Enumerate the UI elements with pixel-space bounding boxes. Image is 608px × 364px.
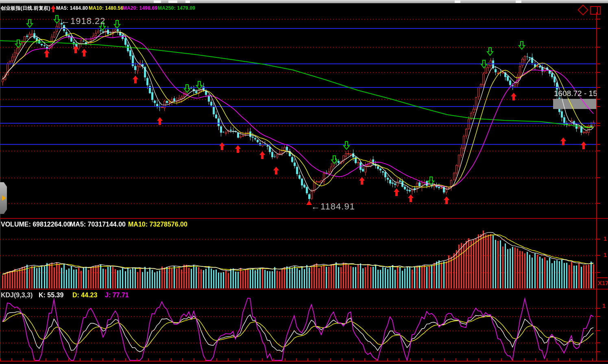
volume-multiplier-label: X17	[598, 280, 608, 287]
ma250-value: MA250: 1479.09	[158, 6, 195, 11]
kdj-panel[interactable]	[0, 290, 597, 361]
kdj-k-label: K: 55.39	[39, 292, 63, 299]
ma5-value: MA5: 1484.80	[56, 6, 88, 11]
kdj-params-label: KDJ(9,3,3)	[1, 292, 33, 299]
measure-range-label: 1608.72 - 15	[554, 89, 597, 98]
volume-axis-label-lower: 1	[604, 252, 607, 259]
split-window-icon[interactable]	[590, 6, 601, 15]
volume-axis-label-upper: 1	[604, 235, 607, 242]
low-price-label: ←1184.91	[311, 202, 355, 211]
volume-ma5-label: MA5: 70317144.00	[70, 221, 126, 228]
volume-ma10-label: MA10: 73278576.00	[128, 221, 187, 228]
main-chart-panel[interactable]	[0, 13, 597, 218]
kdj-axis-label: 1	[602, 303, 606, 310]
ma10-value: MA10: 1480.56	[89, 6, 123, 11]
symbol-title: 创业板指(日线.前复权)	[1, 6, 50, 11]
volume-panel[interactable]	[0, 219, 597, 288]
high-price-label: ←1918.22	[61, 16, 106, 26]
kdj-d-label: D: 44.23	[72, 292, 97, 299]
trend-up-arrow-icon	[51, 5, 56, 12]
expand-arrow-icon	[2, 195, 6, 201]
volume-value-label: VOLUME: 69812264.00	[1, 221, 71, 228]
sidebar-expand-tab[interactable]	[0, 182, 7, 214]
window-top-strip	[0, 0, 608, 3]
kdj-j-label: J: 77.71	[105, 292, 129, 299]
app-window: { "app": { "top_strip_segments": [{"x":3…	[0, 0, 608, 364]
ma20-value: MA20: 1498.69	[123, 6, 157, 11]
